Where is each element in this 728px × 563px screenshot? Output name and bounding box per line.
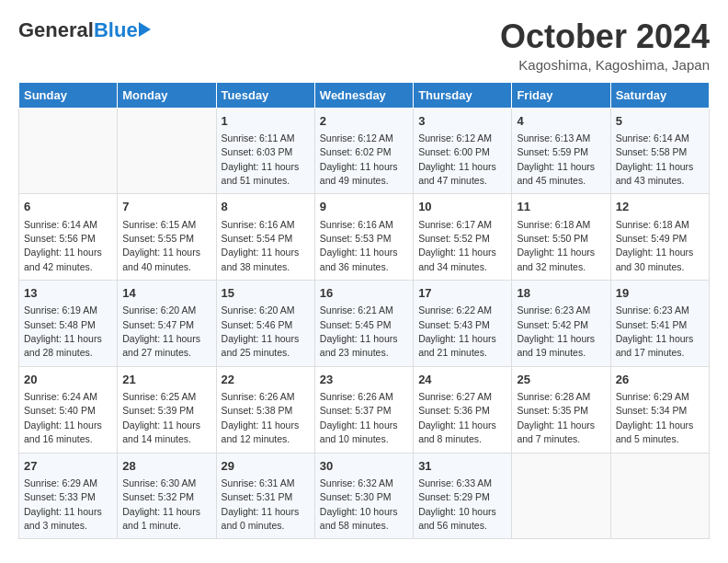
day-info: Sunrise: 6:20 AMSunset: 5:47 PMDaylight:…: [122, 304, 200, 358]
calendar-cell: 1Sunrise: 6:11 AMSunset: 6:03 PMDaylight…: [216, 108, 314, 194]
day-info: Sunrise: 6:12 AMSunset: 6:02 PMDaylight:…: [320, 132, 398, 186]
day-number: 11: [517, 199, 605, 215]
day-number: 10: [418, 199, 506, 215]
calendar-cell: 30Sunrise: 6:32 AMSunset: 5:30 PMDayligh…: [314, 453, 413, 539]
day-info: Sunrise: 6:15 AMSunset: 5:55 PMDaylight:…: [122, 219, 200, 272]
calendar-cell: 15Sunrise: 6:20 AMSunset: 5:46 PMDayligh…: [216, 281, 314, 367]
calendar-week-2: 6Sunrise: 6:14 AMSunset: 5:56 PMDaylight…: [19, 194, 710, 281]
day-number: 25: [517, 372, 605, 388]
calendar-cell: 27Sunrise: 6:29 AMSunset: 5:33 PMDayligh…: [19, 453, 118, 539]
calendar-cell: 23Sunrise: 6:26 AMSunset: 5:37 PMDayligh…: [314, 366, 413, 453]
calendar-cell: 5Sunrise: 6:14 AMSunset: 5:58 PMDaylight…: [610, 108, 709, 194]
calendar-cell: [118, 108, 216, 194]
day-info: Sunrise: 6:21 AMSunset: 5:45 PMDaylight:…: [320, 304, 398, 358]
day-number: 19: [616, 285, 704, 302]
day-number: 26: [616, 372, 704, 388]
day-number: 13: [24, 285, 112, 302]
header-thursday: Thursday: [414, 82, 512, 108]
calendar-cell: 31Sunrise: 6:33 AMSunset: 5:29 PMDayligh…: [414, 453, 512, 539]
day-info: Sunrise: 6:20 AMSunset: 5:46 PMDaylight:…: [222, 304, 300, 358]
calendar-cell: [19, 108, 118, 194]
day-info: Sunrise: 6:29 AMSunset: 5:34 PMDaylight:…: [616, 391, 694, 444]
day-info: Sunrise: 6:12 AMSunset: 6:00 PMDaylight:…: [418, 132, 496, 186]
calendar-cell: 11Sunrise: 6:18 AMSunset: 5:50 PMDayligh…: [512, 194, 610, 281]
calendar-cell: 9Sunrise: 6:16 AMSunset: 5:53 PMDaylight…: [314, 194, 413, 281]
header-saturday: Saturday: [610, 82, 709, 108]
calendar-cell: [610, 453, 709, 539]
day-info: Sunrise: 6:32 AMSunset: 5:30 PMDaylight:…: [320, 477, 398, 531]
day-info: Sunrise: 6:33 AMSunset: 5:29 PMDaylight:…: [418, 477, 496, 531]
day-info: Sunrise: 6:18 AMSunset: 5:50 PMDaylight:…: [517, 219, 595, 272]
calendar-cell: 2Sunrise: 6:12 AMSunset: 6:02 PMDaylight…: [314, 108, 413, 194]
day-number: 14: [122, 285, 210, 302]
day-info: Sunrise: 6:27 AMSunset: 5:36 PMDaylight:…: [418, 391, 496, 444]
day-number: 21: [122, 372, 210, 388]
day-info: Sunrise: 6:26 AMSunset: 5:38 PMDaylight:…: [222, 391, 300, 444]
calendar-cell: 6Sunrise: 6:14 AMSunset: 5:56 PMDaylight…: [19, 194, 118, 281]
calendar-cell: 12Sunrise: 6:18 AMSunset: 5:49 PMDayligh…: [610, 194, 709, 281]
title-area: October 2024 Kagoshima, Kagoshima, Japan: [500, 18, 710, 73]
day-number: 17: [418, 285, 506, 302]
day-info: Sunrise: 6:19 AMSunset: 5:48 PMDaylight:…: [24, 304, 102, 358]
day-info: Sunrise: 6:18 AMSunset: 5:49 PMDaylight:…: [616, 219, 694, 272]
day-info: Sunrise: 6:13 AMSunset: 5:59 PMDaylight:…: [517, 132, 595, 186]
day-info: Sunrise: 6:16 AMSunset: 5:53 PMDaylight:…: [320, 219, 398, 272]
calendar-week-1: 1Sunrise: 6:11 AMSunset: 6:03 PMDaylight…: [19, 108, 710, 194]
day-number: 27: [24, 458, 112, 475]
day-number: 28: [122, 458, 210, 475]
day-info: Sunrise: 6:31 AMSunset: 5:31 PMDaylight:…: [222, 477, 300, 531]
header-friday: Friday: [512, 82, 610, 108]
logo-general-text: GeneralBlue: [18, 18, 138, 42]
day-number: 12: [616, 199, 704, 215]
logo-arrow-icon: [139, 22, 151, 37]
day-number: 1: [222, 113, 310, 130]
day-number: 7: [122, 199, 210, 215]
location: Kagoshima, Kagoshima, Japan: [500, 57, 710, 73]
calendar-cell: 21Sunrise: 6:25 AMSunset: 5:39 PMDayligh…: [118, 366, 216, 453]
day-number: 23: [320, 372, 408, 388]
calendar-cell: 29Sunrise: 6:31 AMSunset: 5:31 PMDayligh…: [216, 453, 314, 539]
day-number: 9: [320, 199, 408, 215]
header-tuesday: Tuesday: [216, 82, 314, 108]
calendar-cell: 14Sunrise: 6:20 AMSunset: 5:47 PMDayligh…: [118, 281, 216, 367]
calendar-cell: 22Sunrise: 6:26 AMSunset: 5:38 PMDayligh…: [216, 366, 314, 453]
calendar-cell: 18Sunrise: 6:23 AMSunset: 5:42 PMDayligh…: [512, 281, 610, 367]
day-info: Sunrise: 6:16 AMSunset: 5:54 PMDaylight:…: [222, 219, 300, 272]
day-info: Sunrise: 6:29 AMSunset: 5:33 PMDaylight:…: [24, 477, 102, 531]
calendar-cell: 28Sunrise: 6:30 AMSunset: 5:32 PMDayligh…: [118, 453, 216, 539]
day-info: Sunrise: 6:22 AMSunset: 5:43 PMDaylight:…: [418, 304, 496, 358]
day-number: 24: [418, 372, 506, 388]
day-number: 3: [418, 113, 506, 130]
day-info: Sunrise: 6:23 AMSunset: 5:41 PMDaylight:…: [616, 304, 694, 358]
calendar-cell: 3Sunrise: 6:12 AMSunset: 6:00 PMDaylight…: [414, 108, 512, 194]
day-info: Sunrise: 6:30 AMSunset: 5:32 PMDaylight:…: [122, 477, 200, 531]
day-number: 4: [517, 113, 605, 130]
day-info: Sunrise: 6:23 AMSunset: 5:42 PMDaylight:…: [517, 304, 595, 358]
calendar-cell: 7Sunrise: 6:15 AMSunset: 5:55 PMDaylight…: [118, 194, 216, 281]
header-wednesday: Wednesday: [314, 82, 413, 108]
calendar-cell: 16Sunrise: 6:21 AMSunset: 5:45 PMDayligh…: [314, 281, 413, 367]
calendar-cell: 13Sunrise: 6:19 AMSunset: 5:48 PMDayligh…: [19, 281, 118, 367]
calendar-cell: 17Sunrise: 6:22 AMSunset: 5:43 PMDayligh…: [414, 281, 512, 367]
day-number: 31: [418, 458, 506, 475]
day-number: 6: [24, 199, 112, 215]
logo: GeneralBlue: [18, 18, 151, 42]
day-number: 16: [320, 285, 408, 302]
day-number: 8: [222, 199, 310, 215]
calendar-cell: [512, 453, 610, 539]
calendar-cell: 4Sunrise: 6:13 AMSunset: 5:59 PMDaylight…: [512, 108, 610, 194]
calendar-cell: 26Sunrise: 6:29 AMSunset: 5:34 PMDayligh…: [610, 366, 709, 453]
day-info: Sunrise: 6:28 AMSunset: 5:35 PMDaylight:…: [517, 391, 595, 444]
calendar-cell: 20Sunrise: 6:24 AMSunset: 5:40 PMDayligh…: [19, 366, 118, 453]
month-title: October 2024: [500, 18, 710, 55]
day-number: 15: [222, 285, 310, 302]
calendar-cell: 8Sunrise: 6:16 AMSunset: 5:54 PMDaylight…: [216, 194, 314, 281]
calendar-week-4: 20Sunrise: 6:24 AMSunset: 5:40 PMDayligh…: [19, 366, 710, 453]
header-sunday: Sunday: [19, 82, 118, 108]
day-number: 5: [616, 113, 704, 130]
day-info: Sunrise: 6:25 AMSunset: 5:39 PMDaylight:…: [122, 391, 200, 444]
calendar-cell: 10Sunrise: 6:17 AMSunset: 5:52 PMDayligh…: [414, 194, 512, 281]
calendar-header: Sunday Monday Tuesday Wednesday Thursday…: [19, 82, 710, 108]
calendar-cell: 25Sunrise: 6:28 AMSunset: 5:35 PMDayligh…: [512, 366, 610, 453]
day-number: 22: [222, 372, 310, 388]
